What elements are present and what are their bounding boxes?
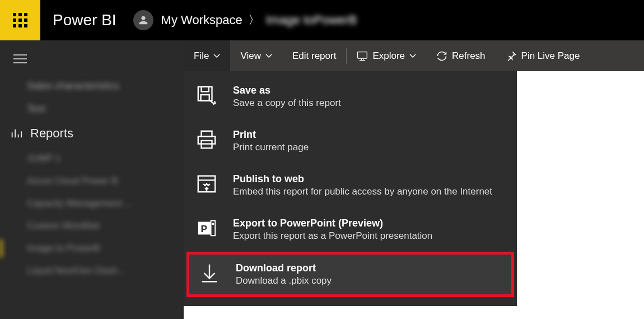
dropdown-item-download[interactable]: Download report Download a .pbix copy bbox=[189, 255, 511, 294]
refresh-icon bbox=[436, 50, 447, 62]
dropdown-title: Publish to web bbox=[233, 173, 492, 185]
sidebar-item[interactable]: Test bbox=[27, 103, 184, 115]
dropdown-subtitle: Embed this report for public access by a… bbox=[233, 186, 492, 197]
main-content: File View Edit report Explore Refresh bbox=[184, 40, 644, 319]
pin-live-page-button[interactable]: Pin Live Page bbox=[496, 40, 590, 71]
dropdown-title: Export to PowerPoint (Preview) bbox=[233, 218, 432, 229]
dropdown-title: Print bbox=[233, 129, 309, 141]
explore-icon bbox=[357, 50, 368, 62]
file-label: File bbox=[194, 50, 209, 62]
dropdown-item-save-as[interactable]: Save as Save a copy of this report bbox=[184, 71, 517, 119]
file-dropdown: Save as Save a copy of this report Print… bbox=[184, 71, 517, 306]
explore-menu[interactable]: Explore bbox=[347, 40, 426, 71]
dropdown-title: Download report bbox=[236, 262, 332, 274]
sidebar-item[interactable]: Capacity Management ... bbox=[27, 198, 184, 209]
view-label: View bbox=[240, 50, 261, 62]
dropdown-title: Save as bbox=[233, 85, 341, 96]
publish-web-icon bbox=[196, 173, 217, 195]
sidebar-item[interactable]: Custom WordNet bbox=[27, 220, 184, 232]
user-avatar[interactable] bbox=[133, 10, 153, 30]
breadcrumb-separator: 〉 bbox=[248, 12, 260, 29]
svg-text:P: P bbox=[201, 224, 207, 234]
chevron-down-icon bbox=[409, 53, 416, 59]
dropdown-item-download-highlight: Download report Download a .pbix copy bbox=[186, 252, 514, 297]
svg-point-11 bbox=[212, 223, 214, 225]
dropdown-item-publish-web[interactable]: Publish to web Embed this report for pub… bbox=[184, 163, 517, 207]
dropdown-item-print[interactable]: Print Print current page bbox=[184, 119, 517, 163]
svg-rect-0 bbox=[358, 52, 367, 58]
sidebar-section-reports[interactable]: Reports bbox=[10, 126, 184, 141]
refresh-button[interactable]: Refresh bbox=[426, 40, 496, 71]
view-menu[interactable]: View bbox=[230, 40, 282, 71]
brand-name: Power BI bbox=[53, 11, 116, 29]
breadcrumb-workspace[interactable]: My Workspace bbox=[161, 13, 242, 27]
chevron-down-icon bbox=[265, 53, 272, 59]
sidebar-item[interactable]: Azure Cloud Power B bbox=[27, 175, 184, 187]
hamburger-button[interactable] bbox=[13, 54, 184, 63]
sidebar-item-active[interactable]: Image to PowerB bbox=[27, 243, 184, 254]
svg-rect-3 bbox=[201, 95, 209, 100]
edit-label: Edit report bbox=[292, 50, 336, 62]
file-menu[interactable]: File bbox=[184, 40, 230, 71]
pin-icon bbox=[506, 50, 517, 62]
breadcrumb: My Workspace 〉 Image toPowerB bbox=[161, 12, 357, 29]
toolbar: File View Edit report Explore Refresh bbox=[184, 40, 644, 71]
powerpoint-icon: P bbox=[196, 218, 217, 239]
sidebar-item[interactable]: Sales characteristics bbox=[27, 80, 184, 92]
save-as-icon bbox=[196, 85, 217, 106]
edit-report-button[interactable]: Edit report bbox=[282, 40, 346, 71]
dropdown-subtitle: Export this report as a PowerPoint prese… bbox=[233, 230, 432, 242]
svg-rect-4 bbox=[202, 131, 212, 137]
sidebar-section-label: Reports bbox=[30, 126, 73, 141]
bar-chart-icon bbox=[10, 127, 22, 140]
waffle-icon bbox=[13, 13, 27, 27]
print-icon bbox=[196, 129, 217, 150]
pin-label: Pin Live Page bbox=[521, 50, 580, 62]
breadcrumb-current: Image toPowerB bbox=[266, 13, 357, 27]
refresh-label: Refresh bbox=[452, 50, 486, 62]
explore-label: Explore bbox=[372, 50, 405, 62]
dropdown-item-export-ppt[interactable]: P Export to PowerPoint (Preview) Export … bbox=[184, 207, 517, 252]
top-bar: Power BI My Workspace 〉 Image toPowerB bbox=[0, 0, 644, 40]
chevron-down-icon bbox=[213, 53, 220, 59]
dropdown-subtitle: Download a .pbix copy bbox=[236, 275, 332, 286]
svg-rect-2 bbox=[202, 87, 209, 92]
dropdown-subtitle: Save a copy of this report bbox=[233, 98, 341, 109]
sidebar-item[interactable]: JUMP 1 bbox=[27, 153, 184, 164]
user-icon bbox=[137, 14, 150, 26]
sidebar-item[interactable]: Liquid NextGen Dash... bbox=[27, 265, 184, 276]
dropdown-subtitle: Print current page bbox=[233, 142, 309, 153]
app-launcher[interactable] bbox=[0, 0, 40, 40]
download-icon bbox=[199, 262, 220, 284]
sidebar: Sales characteristics Test Reports JUMP … bbox=[0, 40, 184, 319]
